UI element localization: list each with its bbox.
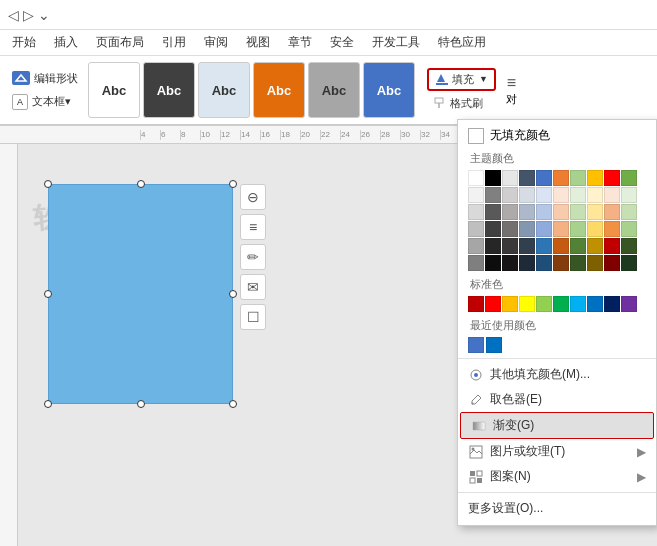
menu-chapter[interactable]: 章节: [280, 31, 320, 54]
theme-color-cell-19[interactable]: [621, 187, 637, 203]
theme-color-cell-7[interactable]: [587, 170, 603, 186]
theme-color-cell-40[interactable]: [468, 238, 484, 254]
theme-color-cell-54[interactable]: [536, 255, 552, 271]
theme-color-cell-13[interactable]: [519, 187, 535, 203]
theme-color-cell-23[interactable]: [519, 204, 535, 220]
theme-color-cell-15[interactable]: [553, 187, 569, 203]
theme-color-cell-46[interactable]: [570, 238, 586, 254]
menu-insert[interactable]: 插入: [46, 31, 86, 54]
theme-color-cell-37[interactable]: [587, 221, 603, 237]
shape-tool-minus[interactable]: ⊖: [240, 184, 266, 210]
text-box-button[interactable]: A 文本框▾: [8, 92, 82, 112]
menu-references[interactable]: 引用: [154, 31, 194, 54]
theme-color-cell-29[interactable]: [621, 204, 637, 220]
theme-color-cell-1[interactable]: [485, 170, 501, 186]
more-fill-item[interactable]: 其他填充颜色(M)...: [458, 362, 656, 387]
theme-color-cell-17[interactable]: [587, 187, 603, 203]
theme-color-cell-24[interactable]: [536, 204, 552, 220]
standard-color-cell-0[interactable]: [468, 296, 484, 312]
theme-color-cell-2[interactable]: [502, 170, 518, 186]
theme-color-cell-50[interactable]: [468, 255, 484, 271]
theme-color-cell-44[interactable]: [536, 238, 552, 254]
eyedropper-item[interactable]: 取色器(E): [458, 387, 656, 412]
menu-view[interactable]: 视图: [238, 31, 278, 54]
theme-color-cell-5[interactable]: [553, 170, 569, 186]
pattern-item[interactable]: 图案(N) ▶: [458, 464, 656, 489]
theme-color-cell-45[interactable]: [553, 238, 569, 254]
recent-color-cell-0[interactable]: [468, 337, 484, 353]
theme-color-cell-51[interactable]: [485, 255, 501, 271]
standard-color-cell-8[interactable]: [604, 296, 620, 312]
standard-color-cell-3[interactable]: [519, 296, 535, 312]
theme-color-cell-41[interactable]: [485, 238, 501, 254]
theme-color-cell-25[interactable]: [553, 204, 569, 220]
menu-special-apps[interactable]: 特色应用: [430, 31, 494, 54]
theme-color-cell-10[interactable]: [468, 187, 484, 203]
theme-color-cell-49[interactable]: [621, 238, 637, 254]
dropdown-icon[interactable]: ⌄: [38, 7, 50, 23]
theme-color-cell-18[interactable]: [604, 187, 620, 203]
handle-top-right[interactable]: [229, 180, 237, 188]
edit-shape-button[interactable]: 编辑形状: [8, 69, 82, 88]
back-icon[interactable]: ◁: [8, 7, 19, 23]
handle-top-middle[interactable]: [137, 180, 145, 188]
theme-color-cell-12[interactable]: [502, 187, 518, 203]
theme-color-cell-39[interactable]: [621, 221, 637, 237]
handle-middle-left[interactable]: [44, 290, 52, 298]
fill-button[interactable]: 填充 ▼: [427, 68, 496, 91]
picture-texture-item[interactable]: 图片或纹理(T) ▶: [458, 439, 656, 464]
theme-color-cell-42[interactable]: [502, 238, 518, 254]
menu-page-layout[interactable]: 页面布局: [88, 31, 152, 54]
gradient-item[interactable]: 渐变(G): [460, 412, 654, 439]
shape-container[interactable]: [48, 184, 233, 404]
more-settings-item[interactable]: 更多设置(O)...: [458, 496, 656, 521]
standard-color-cell-2[interactable]: [502, 296, 518, 312]
standard-color-cell-9[interactable]: [621, 296, 637, 312]
theme-color-cell-14[interactable]: [536, 187, 552, 203]
standard-color-cell-4[interactable]: [536, 296, 552, 312]
theme-color-cell-35[interactable]: [553, 221, 569, 237]
theme-color-cell-53[interactable]: [519, 255, 535, 271]
shape-tool-list[interactable]: ≡: [240, 214, 266, 240]
theme-color-cell-48[interactable]: [604, 238, 620, 254]
theme-color-cell-52[interactable]: [502, 255, 518, 271]
style-btn-1[interactable]: Abc: [88, 62, 140, 118]
handle-bottom-middle[interactable]: [137, 400, 145, 408]
menu-security[interactable]: 安全: [322, 31, 362, 54]
theme-color-cell-16[interactable]: [570, 187, 586, 203]
standard-color-cell-1[interactable]: [485, 296, 501, 312]
theme-color-cell-34[interactable]: [536, 221, 552, 237]
theme-color-cell-32[interactable]: [502, 221, 518, 237]
theme-color-cell-58[interactable]: [604, 255, 620, 271]
theme-color-cell-8[interactable]: [604, 170, 620, 186]
handle-middle-right[interactable]: [229, 290, 237, 298]
handle-top-left[interactable]: [44, 180, 52, 188]
style-btn-4[interactable]: Abc: [253, 62, 305, 118]
theme-color-cell-28[interactable]: [604, 204, 620, 220]
menu-dev-tools[interactable]: 开发工具: [364, 31, 428, 54]
theme-color-cell-6[interactable]: [570, 170, 586, 186]
theme-color-cell-22[interactable]: [502, 204, 518, 220]
menu-start[interactable]: 开始: [4, 31, 44, 54]
shape-tool-mail[interactable]: ✉: [240, 274, 266, 300]
theme-color-cell-55[interactable]: [553, 255, 569, 271]
theme-color-cell-59[interactable]: [621, 255, 637, 271]
theme-color-cell-57[interactable]: [587, 255, 603, 271]
theme-color-cell-21[interactable]: [485, 204, 501, 220]
theme-color-cell-47[interactable]: [587, 238, 603, 254]
theme-color-cell-31[interactable]: [485, 221, 501, 237]
theme-color-cell-30[interactable]: [468, 221, 484, 237]
theme-color-cell-20[interactable]: [468, 204, 484, 220]
standard-color-cell-6[interactable]: [570, 296, 586, 312]
fill-dropdown-arrow[interactable]: ▼: [479, 74, 488, 84]
theme-color-cell-43[interactable]: [519, 238, 535, 254]
standard-color-cell-7[interactable]: [587, 296, 603, 312]
recent-color-cell-1[interactable]: [486, 337, 502, 353]
theme-color-cell-36[interactable]: [570, 221, 586, 237]
format-brush-button[interactable]: 格式刷: [427, 94, 496, 113]
theme-color-cell-11[interactable]: [485, 187, 501, 203]
align-icon[interactable]: ≡: [507, 74, 516, 92]
handle-bottom-left[interactable]: [44, 400, 52, 408]
shape-tool-pencil[interactable]: ✏: [240, 244, 266, 270]
style-btn-2[interactable]: Abc: [143, 62, 195, 118]
